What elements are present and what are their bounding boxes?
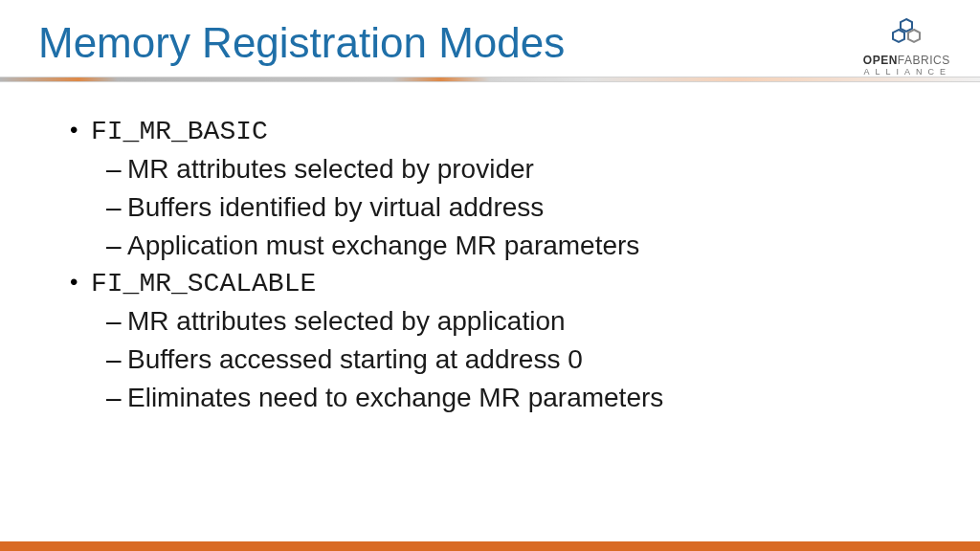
logo-subtext: ALLIANCE [863,67,951,77]
sub-item: Buffers accessed starting at address 0 [127,344,923,375]
page-title: Memory Registration Modes [38,19,942,67]
logo-light: FABRICS [898,54,950,67]
slide-content: FI_MR_BASIC MR attributes selected by pr… [0,82,980,440]
svg-marker-1 [893,30,904,42]
sub-item: MR attributes selected by application [127,306,923,337]
svg-marker-2 [908,30,920,42]
footer-bar [0,541,980,551]
sub-item: Buffers identified by virtual address [127,192,923,223]
sub-item: MR attributes selected by provider [127,154,923,185]
bullet-item: FI_MR_BASIC [91,117,923,146]
hex-logo-icon [878,17,935,51]
openfabrics-logo: OPENFABRICS ALLIANCE [861,17,951,77]
bullet-item: FI_MR_SCALABLE [91,269,923,298]
slide-header: Memory Registration Modes OPENFABRICS AL… [0,0,980,77]
svg-marker-0 [901,19,912,32]
sub-item: Eliminates need to exchange MR parameter… [127,383,923,413]
logo-bold: OPEN [863,54,898,67]
logo-text: OPENFABRICS [861,54,951,67]
sub-item: Application must exchange MR parameters [127,231,923,261]
header-divider [0,77,980,82]
